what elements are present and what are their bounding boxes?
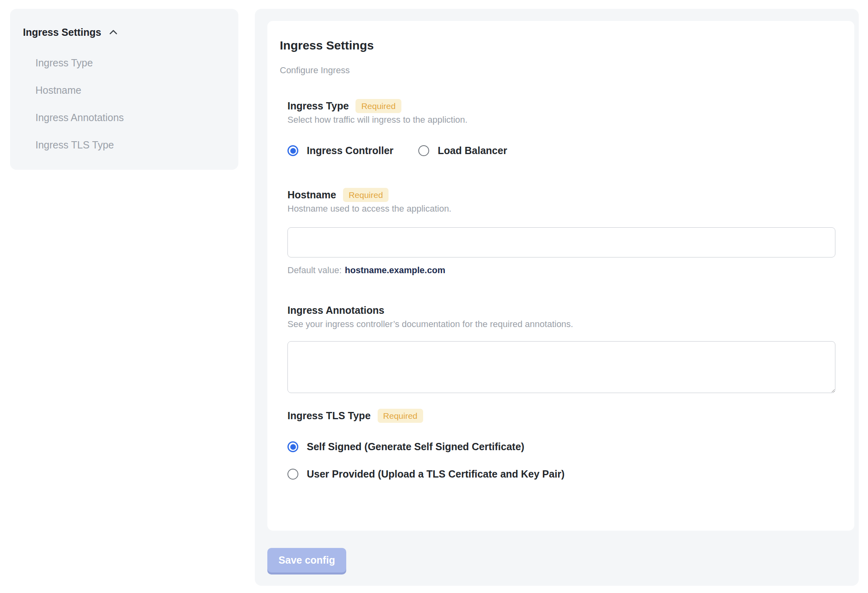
hostname-help: Hostname used to access the application. bbox=[287, 203, 835, 214]
section-ingress-tls-type: Ingress TLS Type Required Self Signed (G… bbox=[287, 408, 835, 480]
page-subtitle: Configure Ingress bbox=[280, 65, 841, 76]
settings-sidebar: Ingress Settings Ingress Type Hostname I… bbox=[10, 9, 238, 170]
required-badge: Required bbox=[355, 99, 401, 113]
radio-option-label: Load Balancer bbox=[438, 145, 507, 156]
radio-selected-icon[interactable] bbox=[287, 145, 298, 156]
ingress-tls-type-label: Ingress TLS Type bbox=[287, 408, 371, 423]
sidebar-item-ingress-tls-type[interactable]: Ingress TLS Type bbox=[35, 131, 227, 159]
ingress-type-radio-group: Ingress Controller Load Balancer bbox=[287, 145, 835, 156]
hostname-default-line: Default value:hostname.example.com bbox=[287, 265, 835, 276]
sidebar-item-ingress-type[interactable]: Ingress Type bbox=[35, 49, 227, 76]
required-badge: Required bbox=[378, 409, 423, 423]
required-badge: Required bbox=[343, 188, 389, 202]
hostname-input[interactable] bbox=[287, 227, 835, 257]
sidebar-item-hostname[interactable]: Hostname bbox=[35, 76, 227, 104]
radio-option-self-signed[interactable]: Self Signed (Generate Self Signed Certif… bbox=[287, 441, 835, 453]
page-title: Ingress Settings bbox=[280, 38, 841, 53]
default-value-prefix: Default value: bbox=[287, 265, 342, 275]
section-hostname: Hostname Required Hostname used to acces… bbox=[287, 187, 835, 276]
radio-option-label: Self Signed (Generate Self Signed Certif… bbox=[307, 441, 524, 453]
sidebar-item-list: Ingress Type Hostname Ingress Annotation… bbox=[35, 49, 227, 159]
default-value-text: hostname.example.com bbox=[345, 265, 445, 275]
radio-option-label: User Provided (Upload a TLS Certificate … bbox=[307, 468, 564, 480]
ingress-type-help: Select how traffic will ingress to the a… bbox=[287, 114, 835, 126]
section-ingress-annotations: Ingress Annotations See your ingress con… bbox=[287, 303, 835, 395]
radio-selected-icon[interactable] bbox=[287, 441, 298, 452]
ingress-annotations-textarea[interactable] bbox=[287, 341, 835, 393]
ingress-annotations-label: Ingress Annotations bbox=[287, 303, 384, 317]
radio-unselected-icon[interactable] bbox=[287, 469, 298, 480]
radio-unselected-icon[interactable] bbox=[418, 145, 429, 156]
sidebar-item-ingress-annotations[interactable]: Ingress Annotations bbox=[35, 104, 227, 131]
ingress-settings-panel: Ingress Settings Configure Ingress Ingre… bbox=[255, 9, 859, 586]
section-ingress-type: Ingress Type Required Select how traffic… bbox=[287, 99, 835, 156]
radio-option-user-provided[interactable]: User Provided (Upload a TLS Certificate … bbox=[287, 468, 835, 480]
radio-option-ingress-controller[interactable]: Ingress Controller bbox=[287, 145, 393, 156]
ingress-settings-card: Ingress Settings Configure Ingress Ingre… bbox=[267, 21, 854, 531]
ingress-tls-radio-group: Self Signed (Generate Self Signed Certif… bbox=[287, 441, 835, 480]
hostname-label: Hostname bbox=[287, 187, 336, 202]
chevron-up-icon[interactable] bbox=[108, 27, 119, 38]
ingress-annotations-help: See your ingress controller’s documentat… bbox=[287, 319, 835, 330]
radio-option-label: Ingress Controller bbox=[307, 145, 393, 156]
save-config-button[interactable]: Save config bbox=[267, 548, 346, 572]
ingress-type-label: Ingress Type bbox=[287, 99, 349, 113]
sidebar-section-ingress-settings[interactable]: Ingress Settings bbox=[23, 26, 227, 39]
radio-option-load-balancer[interactable]: Load Balancer bbox=[418, 145, 507, 156]
sidebar-section-label: Ingress Settings bbox=[23, 26, 101, 39]
